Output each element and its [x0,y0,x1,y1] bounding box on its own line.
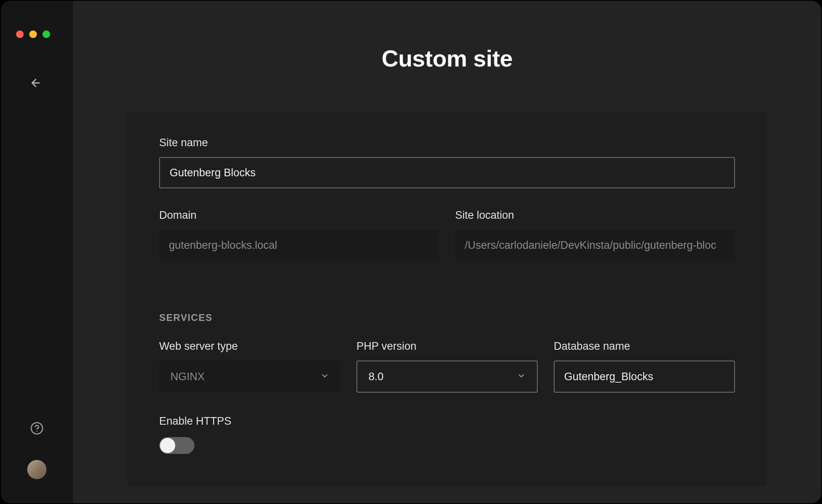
php-column: PHP version 8.0 [356,340,538,393]
enable-https-label: Enable HTTPS [159,415,735,427]
main-content: Custom site Site name Domain gutenberg-b… [73,1,821,503]
enable-https-toggle[interactable] [159,437,194,454]
site-location-input[interactable]: /Users/carlodaniele/DevKinsta/public/gut… [455,230,735,261]
web-server-select[interactable]: NGINX [159,361,340,393]
https-section: Enable HTTPS [159,415,735,454]
maximize-window-button[interactable] [43,30,50,38]
database-name-label: Database name [554,340,735,353]
php-version-label: PHP version [356,340,538,353]
services-header: SERVICES [159,312,735,323]
site-location-column: Site location /Users/carlodaniele/DevKin… [455,209,735,261]
help-circle-icon [30,421,44,435]
sidebar-bottom [1,421,73,479]
site-location-value: /Users/carlodaniele/DevKinsta/public/gut… [465,239,716,252]
avatar[interactable] [27,460,47,479]
php-version-value: 8.0 [368,371,384,383]
window-controls [16,30,50,38]
site-name-label: Site name [159,137,735,149]
toggle-knob [160,438,175,453]
db-column: Database name [554,340,735,393]
database-name-input[interactable] [554,361,735,393]
back-button[interactable] [30,77,42,91]
help-button[interactable] [30,421,44,437]
domain-value: gutenberg-blocks.local [169,239,277,252]
domain-column: Domain gutenberg-blocks.local [159,209,439,261]
form-panel: Site name Domain gutenberg-blocks.local … [127,112,767,486]
site-location-label: Site location [455,209,735,222]
sidebar [1,1,73,503]
chevron-down-icon [517,371,526,383]
web-server-value: NGINX [170,371,205,383]
app-window: Custom site Site name Domain gutenberg-b… [1,1,821,503]
close-window-button[interactable] [16,30,24,38]
web-server-column: Web server type NGINX [159,340,340,393]
services-row: Web server type NGINX PHP version 8.0 [159,340,735,393]
web-server-label: Web server type [159,340,340,353]
site-name-input[interactable] [159,157,735,188]
minimize-window-button[interactable] [29,30,37,38]
php-version-select[interactable]: 8.0 [356,361,538,393]
domain-input[interactable]: gutenberg-blocks.local [159,230,439,261]
domain-location-row: Domain gutenberg-blocks.local Site locat… [159,209,735,261]
chevron-down-icon [320,371,329,383]
page-title: Custom site [382,45,512,72]
domain-label: Domain [159,209,439,222]
arrow-left-icon [30,77,42,89]
